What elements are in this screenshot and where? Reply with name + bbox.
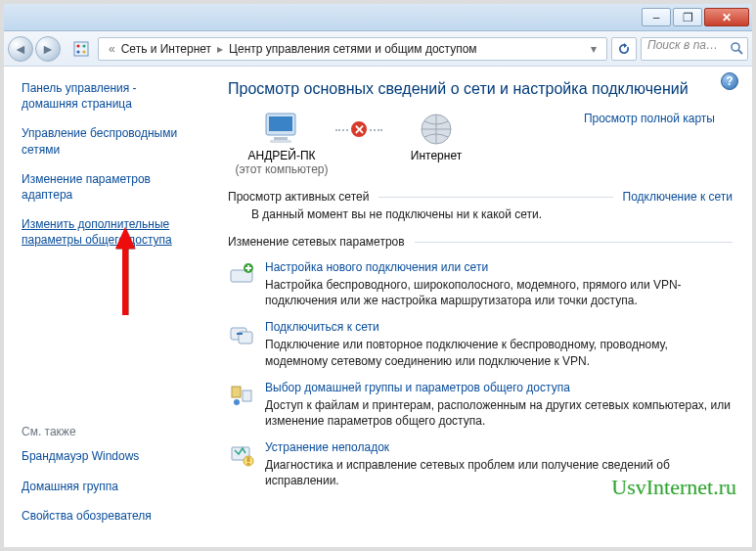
sidebar-seealso-homegroup[interactable]: Домашняя группа [22, 479, 185, 494]
svg-rect-9 [274, 137, 288, 140]
globe-icon [415, 112, 458, 147]
node-pc-label: АНДРЕЙ-ПК [228, 149, 335, 162]
svg-rect-17 [243, 390, 251, 401]
refresh-button[interactable] [611, 37, 637, 61]
active-nets-empty: В данный момент вы не подключены ни к ка… [251, 207, 733, 221]
change-params-section: Изменение сетевых параметров [228, 235, 733, 249]
minimize-button[interactable]: – [642, 8, 671, 26]
close-button[interactable]: ✕ [704, 8, 749, 26]
task-title[interactable]: Настройка нового подключения или сети [265, 260, 733, 274]
control-panel-icon [70, 38, 92, 60]
svg-rect-16 [232, 387, 241, 397]
troubleshoot-icon [228, 441, 255, 469]
svg-rect-10 [270, 140, 291, 143]
svg-point-2 [82, 44, 85, 47]
task-title[interactable]: Выбор домашней группы и параметров общег… [265, 381, 733, 394]
svg-rect-21 [247, 457, 250, 462]
nav-back-button[interactable]: ◄ [8, 36, 33, 62]
page-title: Просмотр основных сведений о сети и наст… [228, 80, 733, 98]
task-troubleshoot[interactable]: Устранение неполадок Диагностика и испра… [228, 440, 733, 488]
svg-rect-8 [269, 116, 292, 131]
breadcrumb-dropdown-icon[interactable]: ▾ [585, 42, 602, 56]
task-title[interactable]: Подключиться к сети [265, 320, 733, 334]
svg-point-18 [234, 399, 240, 405]
sidebar-seealso-browser[interactable]: Свойства обозревателя [22, 508, 185, 524]
breadcrumb-back-sep: « [103, 42, 121, 56]
connection-broken: ✕ [335, 112, 382, 147]
nav-forward-button[interactable]: ► [35, 36, 61, 62]
svg-point-3 [76, 50, 79, 53]
full-map-link[interactable]: Просмотр полной карты [584, 112, 715, 125]
svg-rect-22 [247, 463, 250, 465]
computer-icon [260, 112, 303, 147]
svg-point-5 [732, 43, 739, 51]
connect-to-network-link[interactable]: Подключение к сети [623, 190, 733, 204]
active-nets-section: Просмотр активных сетей Подключение к се… [228, 190, 733, 204]
new-connection-icon [228, 261, 255, 289]
node-internet-label: Интернет [382, 149, 490, 162]
x-icon: ✕ [349, 119, 369, 139]
node-internet: Интернет [382, 112, 490, 162]
task-desc: Настройка беспроводного, широкополосного… [265, 277, 733, 308]
node-pc-sub: (этот компьютер) [228, 162, 335, 176]
breadcrumb-item-network[interactable]: Сеть и Интернет [121, 42, 211, 56]
task-desc: Диагностика и исправление сетевых пробле… [265, 457, 733, 488]
maximize-button[interactable]: ❐ [673, 8, 702, 26]
sidebar: Панель управления - домашняя страница Уп… [4, 67, 195, 547]
sidebar-item-advanced-sharing[interactable]: Изменить дополнительные параметры общего… [22, 216, 185, 248]
svg-point-4 [82, 50, 85, 53]
task-connect[interactable]: Подключиться к сети Подключение или повт… [228, 320, 733, 368]
active-nets-title: Просмотр активных сетей [228, 190, 369, 204]
connect-icon [228, 321, 255, 348]
help-icon[interactable]: ? [721, 72, 738, 90]
node-this-pc: АНДРЕЙ-ПК (этот компьютер) [228, 112, 335, 176]
breadcrumb[interactable]: « Сеть и Интернет ▸ Центр управления сет… [98, 37, 607, 61]
homegroup-icon [228, 382, 255, 409]
task-title[interactable]: Устранение неполадок [265, 440, 733, 454]
navbar: ◄ ► « Сеть и Интернет ▸ Центр управления… [4, 31, 752, 67]
search-input[interactable]: Поиск в па… [641, 37, 748, 61]
task-desc: Доступ к файлам и принтерам, расположенн… [265, 397, 733, 429]
svg-point-1 [76, 44, 79, 47]
sidebar-item-home[interactable]: Панель управления - домашняя страница [22, 80, 185, 112]
breadcrumb-sep-icon: ▸ [211, 42, 229, 56]
breadcrumb-item-center[interactable]: Центр управления сетями и общим доступом [229, 42, 477, 56]
seealso-heading: См. также [22, 425, 185, 438]
svg-line-6 [738, 50, 742, 54]
titlebar: – ❐ ✕ [4, 4, 752, 31]
change-params-title: Изменение сетевых параметров [228, 235, 405, 249]
svg-rect-0 [74, 42, 88, 56]
main-panel: ? Просмотр основных сведений о сети и на… [195, 67, 752, 547]
search-icon [730, 41, 743, 58]
task-desc: Подключение или повторное подключение к … [265, 337, 733, 368]
sidebar-item-wireless[interactable]: Управление беспроводными сетями [22, 125, 185, 157]
task-homegroup[interactable]: Выбор домашней группы и параметров общег… [228, 381, 733, 429]
sidebar-seealso-firewall[interactable]: Брандмауэр Windows [22, 448, 185, 464]
sidebar-item-adapter[interactable]: Изменение параметров адаптера [22, 171, 185, 203]
task-new-connection[interactable]: Настройка нового подключения или сети На… [228, 260, 733, 308]
search-placeholder: Поиск в па… [647, 38, 718, 52]
